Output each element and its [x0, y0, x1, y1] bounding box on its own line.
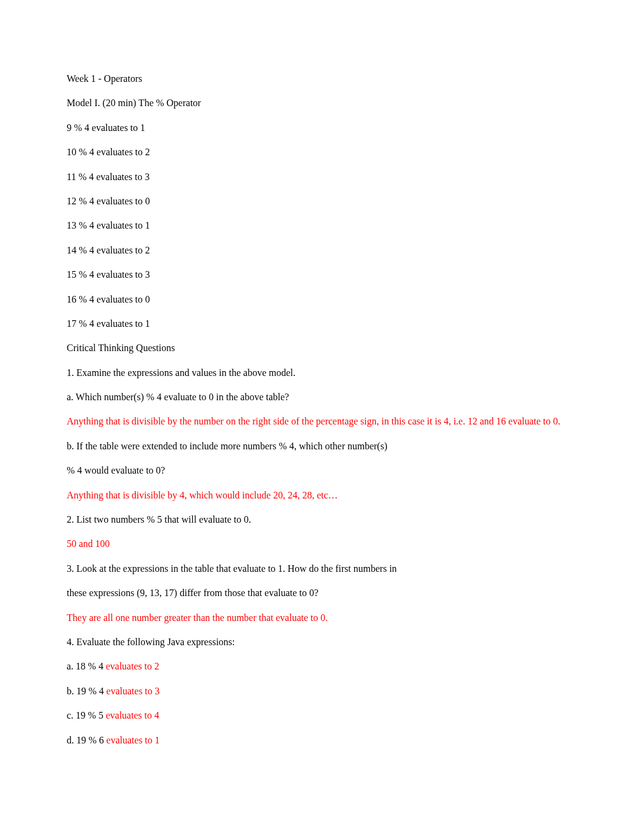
- eval-line: 11 % 4 evaluates to 3: [67, 170, 577, 184]
- answer-text: 50 and 100: [67, 537, 577, 551]
- expression-answer: evaluates to 2: [106, 661, 159, 671]
- model-header: Model I. (20 min) The % Operator: [67, 96, 577, 110]
- eval-line: 13 % 4 evaluates to 1: [67, 219, 577, 232]
- section-header: Critical Thinking Questions: [67, 341, 577, 355]
- expression-row: b. 19 % 4 evaluates to 3: [67, 685, 577, 698]
- document-page: Week 1 - Operators Model I. (20 min) The…: [0, 0, 644, 835]
- expression-row: a. 18 % 4 evaluates to 2: [67, 660, 577, 673]
- expression-prompt: a. 18 % 4: [67, 661, 106, 671]
- question-text: 3. Look at the expressions in the table …: [67, 562, 577, 575]
- eval-line: 14 % 4 evaluates to 2: [67, 244, 577, 257]
- question-text: a. Which number(s) % 4 evaluate to 0 in …: [67, 391, 577, 404]
- expression-prompt: d. 19 % 6: [67, 735, 106, 745]
- question-text: 1. Examine the expressions and values in…: [67, 366, 577, 380]
- page-title: Week 1 - Operators: [67, 72, 577, 86]
- expression-prompt: c. 19 % 5: [67, 710, 106, 720]
- answer-text: Anything that is divisible by 4, which w…: [67, 489, 577, 502]
- eval-line: 10 % 4 evaluates to 2: [67, 146, 577, 159]
- answer-text: They are all one number greater than the…: [67, 611, 577, 625]
- question-text: b. If the table were extended to include…: [67, 440, 577, 453]
- expression-prompt: b. 19 % 4: [67, 686, 106, 696]
- eval-line: 9 % 4 evaluates to 1: [67, 121, 577, 135]
- question-text: 4. Evaluate the following Java expressio…: [67, 635, 577, 649]
- eval-line: 17 % 4 evaluates to 1: [67, 317, 577, 330]
- answer-text: Anything that is divisible by the number…: [67, 415, 577, 428]
- expression-answer: evaluates to 3: [106, 686, 159, 696]
- eval-line: 16 % 4 evaluates to 0: [67, 293, 577, 306]
- question-text: these expressions (9, 13, 17) differ fro…: [67, 586, 577, 600]
- expression-row: c. 19 % 5 evaluates to 4: [67, 709, 577, 722]
- eval-line: 12 % 4 evaluates to 0: [67, 195, 577, 208]
- expression-row: d. 19 % 6 evaluates to 1: [67, 734, 577, 747]
- eval-line: 15 % 4 evaluates to 3: [67, 268, 577, 281]
- question-text: 2. List two numbers % 5 that will evalua…: [67, 513, 577, 526]
- expression-answer: evaluates to 4: [106, 710, 159, 720]
- question-text: % 4 would evaluate to 0?: [67, 464, 577, 477]
- expression-answer: evaluates to 1: [106, 735, 159, 745]
